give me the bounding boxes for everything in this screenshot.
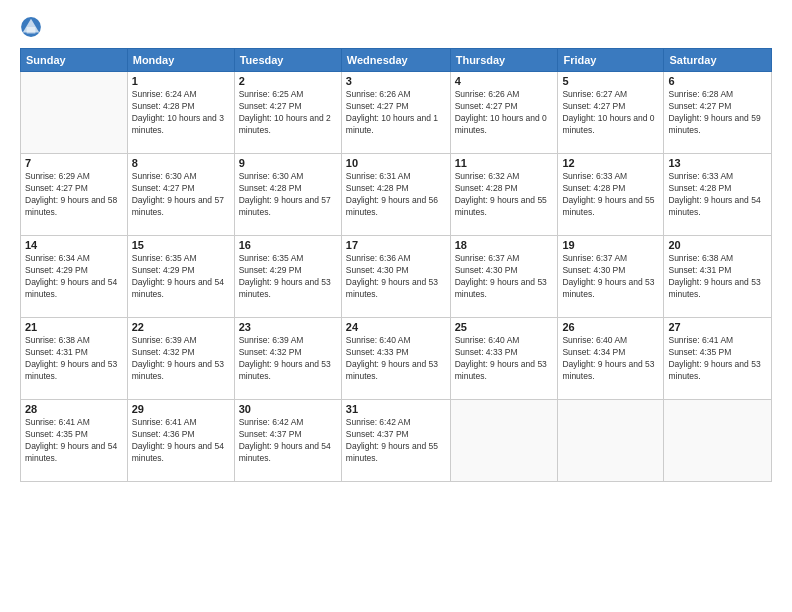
calendar-cell: 23Sunrise: 6:39 AMSunset: 4:32 PMDayligh…: [234, 318, 341, 400]
day-info: Sunrise: 6:38 AMSunset: 4:31 PMDaylight:…: [668, 253, 767, 301]
calendar-week-row: 7Sunrise: 6:29 AMSunset: 4:27 PMDaylight…: [21, 154, 772, 236]
day-number: 8: [132, 157, 230, 169]
calendar-cell: [558, 400, 664, 482]
calendar-cell: 18Sunrise: 6:37 AMSunset: 4:30 PMDayligh…: [450, 236, 558, 318]
day-info: Sunrise: 6:42 AMSunset: 4:37 PMDaylight:…: [346, 417, 446, 465]
day-number: 4: [455, 75, 554, 87]
day-number: 15: [132, 239, 230, 251]
calendar-week-row: 14Sunrise: 6:34 AMSunset: 4:29 PMDayligh…: [21, 236, 772, 318]
day-info: Sunrise: 6:31 AMSunset: 4:28 PMDaylight:…: [346, 171, 446, 219]
svg-rect-2: [27, 27, 36, 34]
day-info: Sunrise: 6:40 AMSunset: 4:33 PMDaylight:…: [346, 335, 446, 383]
day-info: Sunrise: 6:36 AMSunset: 4:30 PMDaylight:…: [346, 253, 446, 301]
day-number: 23: [239, 321, 337, 333]
weekday-header-thursday: Thursday: [450, 49, 558, 72]
day-info: Sunrise: 6:38 AMSunset: 4:31 PMDaylight:…: [25, 335, 123, 383]
day-number: 26: [562, 321, 659, 333]
day-number: 6: [668, 75, 767, 87]
day-info: Sunrise: 6:40 AMSunset: 4:34 PMDaylight:…: [562, 335, 659, 383]
calendar-week-row: 21Sunrise: 6:38 AMSunset: 4:31 PMDayligh…: [21, 318, 772, 400]
day-number: 9: [239, 157, 337, 169]
calendar-cell: 7Sunrise: 6:29 AMSunset: 4:27 PMDaylight…: [21, 154, 128, 236]
calendar-cell: 31Sunrise: 6:42 AMSunset: 4:37 PMDayligh…: [341, 400, 450, 482]
day-number: 27: [668, 321, 767, 333]
weekday-header-saturday: Saturday: [664, 49, 772, 72]
day-number: 18: [455, 239, 554, 251]
calendar-cell: 3Sunrise: 6:26 AMSunset: 4:27 PMDaylight…: [341, 72, 450, 154]
calendar-cell: 22Sunrise: 6:39 AMSunset: 4:32 PMDayligh…: [127, 318, 234, 400]
day-number: 28: [25, 403, 123, 415]
day-number: 10: [346, 157, 446, 169]
day-info: Sunrise: 6:32 AMSunset: 4:28 PMDaylight:…: [455, 171, 554, 219]
weekday-header-monday: Monday: [127, 49, 234, 72]
calendar-cell: 21Sunrise: 6:38 AMSunset: 4:31 PMDayligh…: [21, 318, 128, 400]
calendar-cell: 8Sunrise: 6:30 AMSunset: 4:27 PMDaylight…: [127, 154, 234, 236]
day-number: 1: [132, 75, 230, 87]
calendar-cell: 29Sunrise: 6:41 AMSunset: 4:36 PMDayligh…: [127, 400, 234, 482]
day-number: 25: [455, 321, 554, 333]
calendar-cell: 10Sunrise: 6:31 AMSunset: 4:28 PMDayligh…: [341, 154, 450, 236]
calendar-cell: 17Sunrise: 6:36 AMSunset: 4:30 PMDayligh…: [341, 236, 450, 318]
calendar-cell: [664, 400, 772, 482]
day-info: Sunrise: 6:28 AMSunset: 4:27 PMDaylight:…: [668, 89, 767, 137]
calendar-cell: 26Sunrise: 6:40 AMSunset: 4:34 PMDayligh…: [558, 318, 664, 400]
day-number: 19: [562, 239, 659, 251]
weekday-header-wednesday: Wednesday: [341, 49, 450, 72]
calendar-header-row: SundayMondayTuesdayWednesdayThursdayFrid…: [21, 49, 772, 72]
day-number: 31: [346, 403, 446, 415]
day-info: Sunrise: 6:40 AMSunset: 4:33 PMDaylight:…: [455, 335, 554, 383]
calendar-cell: 13Sunrise: 6:33 AMSunset: 4:28 PMDayligh…: [664, 154, 772, 236]
calendar-cell: 11Sunrise: 6:32 AMSunset: 4:28 PMDayligh…: [450, 154, 558, 236]
day-info: Sunrise: 6:35 AMSunset: 4:29 PMDaylight:…: [239, 253, 337, 301]
calendar-cell: 14Sunrise: 6:34 AMSunset: 4:29 PMDayligh…: [21, 236, 128, 318]
day-info: Sunrise: 6:29 AMSunset: 4:27 PMDaylight:…: [25, 171, 123, 219]
day-number: 14: [25, 239, 123, 251]
calendar-cell: 27Sunrise: 6:41 AMSunset: 4:35 PMDayligh…: [664, 318, 772, 400]
day-number: 11: [455, 157, 554, 169]
calendar-week-row: 28Sunrise: 6:41 AMSunset: 4:35 PMDayligh…: [21, 400, 772, 482]
day-info: Sunrise: 6:37 AMSunset: 4:30 PMDaylight:…: [455, 253, 554, 301]
day-number: 22: [132, 321, 230, 333]
day-number: 21: [25, 321, 123, 333]
day-number: 7: [25, 157, 123, 169]
calendar-cell: 6Sunrise: 6:28 AMSunset: 4:27 PMDaylight…: [664, 72, 772, 154]
day-info: Sunrise: 6:37 AMSunset: 4:30 PMDaylight:…: [562, 253, 659, 301]
day-info: Sunrise: 6:39 AMSunset: 4:32 PMDaylight:…: [239, 335, 337, 383]
day-number: 2: [239, 75, 337, 87]
calendar-cell: 30Sunrise: 6:42 AMSunset: 4:37 PMDayligh…: [234, 400, 341, 482]
day-number: 24: [346, 321, 446, 333]
day-number: 13: [668, 157, 767, 169]
calendar-cell: 25Sunrise: 6:40 AMSunset: 4:33 PMDayligh…: [450, 318, 558, 400]
day-info: Sunrise: 6:30 AMSunset: 4:28 PMDaylight:…: [239, 171, 337, 219]
weekday-header-tuesday: Tuesday: [234, 49, 341, 72]
calendar-cell: 16Sunrise: 6:35 AMSunset: 4:29 PMDayligh…: [234, 236, 341, 318]
calendar-cell: [450, 400, 558, 482]
page: SundayMondayTuesdayWednesdayThursdayFrid…: [0, 0, 792, 612]
day-number: 30: [239, 403, 337, 415]
day-info: Sunrise: 6:41 AMSunset: 4:36 PMDaylight:…: [132, 417, 230, 465]
calendar-cell: 20Sunrise: 6:38 AMSunset: 4:31 PMDayligh…: [664, 236, 772, 318]
day-info: Sunrise: 6:33 AMSunset: 4:28 PMDaylight:…: [562, 171, 659, 219]
day-number: 17: [346, 239, 446, 251]
day-number: 29: [132, 403, 230, 415]
calendar-cell: 28Sunrise: 6:41 AMSunset: 4:35 PMDayligh…: [21, 400, 128, 482]
calendar-cell: 19Sunrise: 6:37 AMSunset: 4:30 PMDayligh…: [558, 236, 664, 318]
day-info: Sunrise: 6:27 AMSunset: 4:27 PMDaylight:…: [562, 89, 659, 137]
day-info: Sunrise: 6:41 AMSunset: 4:35 PMDaylight:…: [668, 335, 767, 383]
header: [20, 16, 772, 38]
day-info: Sunrise: 6:26 AMSunset: 4:27 PMDaylight:…: [455, 89, 554, 137]
logo-icon: [20, 16, 42, 38]
day-info: Sunrise: 6:39 AMSunset: 4:32 PMDaylight:…: [132, 335, 230, 383]
calendar-cell: 1Sunrise: 6:24 AMSunset: 4:28 PMDaylight…: [127, 72, 234, 154]
day-number: 5: [562, 75, 659, 87]
weekday-header-friday: Friday: [558, 49, 664, 72]
day-number: 3: [346, 75, 446, 87]
day-info: Sunrise: 6:35 AMSunset: 4:29 PMDaylight:…: [132, 253, 230, 301]
calendar-cell: 15Sunrise: 6:35 AMSunset: 4:29 PMDayligh…: [127, 236, 234, 318]
day-number: 20: [668, 239, 767, 251]
calendar-cell: 4Sunrise: 6:26 AMSunset: 4:27 PMDaylight…: [450, 72, 558, 154]
day-number: 12: [562, 157, 659, 169]
calendar-table: SundayMondayTuesdayWednesdayThursdayFrid…: [20, 48, 772, 482]
day-info: Sunrise: 6:24 AMSunset: 4:28 PMDaylight:…: [132, 89, 230, 137]
calendar-cell: 24Sunrise: 6:40 AMSunset: 4:33 PMDayligh…: [341, 318, 450, 400]
